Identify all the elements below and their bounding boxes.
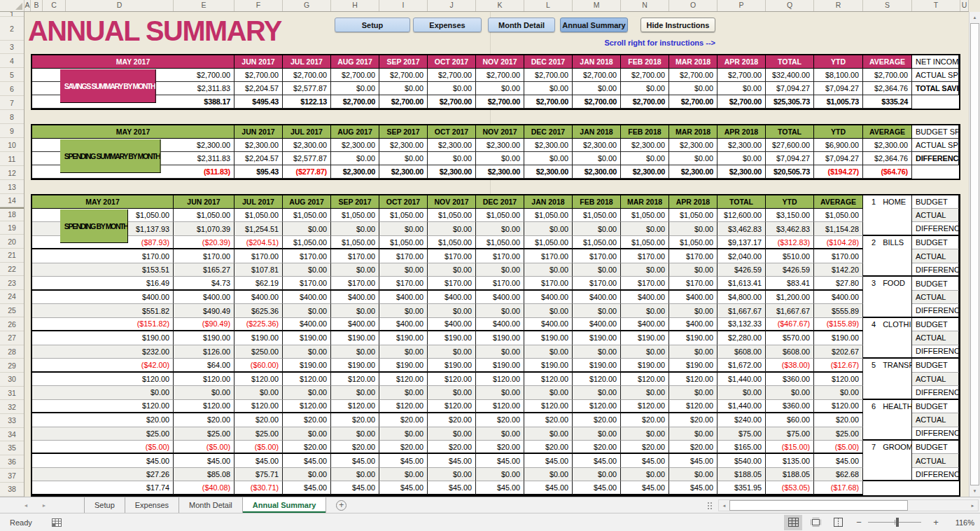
row-header-12[interactable]: 12 — [0, 166, 24, 180]
row-label[interactable]: BUDGET — [912, 359, 959, 372]
cell[interactable]: $495.43 — [234, 95, 283, 109]
cell[interactable]: $0.00 — [428, 82, 476, 95]
cell[interactable]: $2,300.00 — [621, 165, 669, 179]
row-header-25[interactable]: 25 — [0, 304, 24, 318]
cell[interactable]: $3,150.00 — [766, 209, 814, 222]
cell[interactable]: $2,300.00 — [379, 139, 428, 152]
zoom-slider-thumb[interactable] — [896, 518, 899, 527]
month-header[interactable]: DEC 2017 — [524, 125, 573, 139]
month-header[interactable]: YTD — [766, 195, 814, 209]
cell[interactable]: ($5.00) — [234, 441, 283, 454]
cell[interactable]: ($151.82) — [32, 318, 174, 331]
cell[interactable]: $0.00 — [669, 386, 718, 399]
month-header[interactable]: MAR 2018 — [669, 55, 718, 69]
cell[interactable]: $120.00 — [621, 373, 669, 386]
cell[interactable]: $0.00 — [428, 222, 476, 235]
cell[interactable]: $170.00 — [573, 249, 621, 263]
cell[interactable]: $2,577.87 — [283, 152, 331, 165]
cell[interactable]: $20.00 — [331, 441, 379, 454]
cell[interactable]: $45.00 — [283, 481, 331, 495]
hscroll-thumb[interactable] — [729, 500, 908, 511]
table-title[interactable]: SPENDING BY MONTH — [60, 209, 128, 243]
cell[interactable]: $0.00 — [524, 427, 573, 441]
cell[interactable]: $0.00 — [621, 304, 669, 317]
cell[interactable]: $188.05 — [766, 468, 814, 481]
cell[interactable]: $0.00 — [234, 386, 283, 399]
cell[interactable]: $0.00 — [331, 263, 379, 277]
cell[interactable]: $170.00 — [174, 249, 234, 263]
cell[interactable]: $45.00 — [621, 454, 669, 467]
cell[interactable]: $27,600.00 — [766, 139, 814, 152]
cell[interactable]: $170.00 — [814, 249, 863, 263]
cell[interactable]: $2,300.00 — [428, 165, 476, 179]
cell[interactable]: $0.00 — [476, 304, 524, 317]
cell[interactable]: $0.00 — [669, 152, 718, 165]
cell[interactable]: $0.00 — [573, 222, 621, 235]
month-header[interactable]: NOV 2017 — [476, 125, 524, 139]
cell[interactable]: $190.00 — [669, 331, 718, 345]
cell[interactable]: $190.00 — [476, 331, 524, 345]
cell[interactable]: $0.00 — [573, 386, 621, 399]
cell[interactable]: $120.00 — [331, 373, 379, 386]
cell[interactable]: ($5.00) — [32, 441, 174, 454]
row-label[interactable]: BUDGET — [912, 277, 959, 290]
cell[interactable]: $4.73 — [174, 277, 234, 290]
cell[interactable]: $400.00 — [621, 291, 669, 304]
cell[interactable]: $0.00 — [718, 152, 766, 165]
cell[interactable]: $1,440.00 — [718, 400, 766, 413]
row-header-36[interactable]: 36 — [0, 455, 24, 469]
month-header[interactable]: MAY 2017 — [32, 55, 234, 69]
category-label-health[interactable]: 6HEALTH — [863, 400, 912, 441]
view-page-layout-button[interactable] — [806, 515, 825, 530]
cell[interactable]: $190.00 — [621, 359, 669, 372]
cell[interactable]: $190.00 — [524, 359, 573, 372]
cell[interactable]: $0.00 — [379, 222, 428, 235]
cell[interactable]: $20.00 — [573, 413, 621, 427]
sheet-tab-month-detail[interactable]: Month Detail — [179, 497, 243, 513]
cell[interactable]: $0.00 — [476, 152, 524, 165]
month-header[interactable]: APR 2018 — [669, 195, 718, 209]
cell[interactable]: $2,577.87 — [283, 82, 331, 95]
cell[interactable]: $2,700.00 — [379, 69, 428, 82]
cell[interactable]: $0.00 — [476, 386, 524, 399]
row-label[interactable]: DIFFERENCE — [912, 468, 959, 481]
cell[interactable]: $0.00 — [476, 427, 524, 441]
month-header[interactable]: AUG 2017 — [331, 55, 379, 69]
row-label[interactable]: ACTUAL — [912, 209, 959, 222]
cell[interactable]: $1,050.00 — [524, 209, 573, 222]
nav-button-annual-summary[interactable]: Annual Summary — [560, 18, 628, 32]
cell[interactable]: $190.00 — [428, 331, 476, 345]
cell[interactable]: $2,300.00 — [524, 139, 573, 152]
cell[interactable]: $250.00 — [234, 345, 283, 359]
cell[interactable]: $170.00 — [621, 277, 669, 290]
column-header-p[interactable]: P — [718, 0, 766, 11]
column-header-u[interactable]: U — [960, 0, 969, 11]
cell[interactable]: $0.00 — [476, 263, 524, 277]
cell[interactable]: $2,700.00 — [331, 69, 379, 82]
nav-button-expenses[interactable]: Expenses — [413, 18, 482, 32]
cell[interactable]: $2,700.00 — [234, 69, 283, 82]
column-header-r[interactable]: R — [814, 0, 863, 11]
month-header[interactable]: TOTAL — [718, 195, 766, 209]
cell[interactable]: $190.00 — [174, 331, 234, 345]
cell[interactable]: $2,300.00 — [428, 139, 476, 152]
cell[interactable]: $2,364.76 — [863, 152, 912, 165]
cell[interactable]: $190.00 — [428, 359, 476, 372]
cell[interactable]: $170.00 — [524, 249, 573, 263]
cell[interactable]: $27.80 — [814, 277, 863, 290]
cell[interactable]: $2,300.00 — [718, 139, 766, 152]
row-header-8[interactable]: 8 — [0, 110, 24, 124]
cell[interactable]: $400.00 — [283, 291, 331, 304]
cell[interactable]: $20.00 — [524, 413, 573, 427]
cell[interactable]: $2,700.00 — [718, 95, 766, 109]
cell[interactable]: $126.00 — [174, 345, 234, 359]
cell[interactable]: $120.00 — [814, 373, 863, 386]
cell[interactable]: $32,400.00 — [766, 69, 814, 82]
cell[interactable]: $20.00 — [476, 413, 524, 427]
cell[interactable]: $190.00 — [32, 331, 174, 345]
cell[interactable]: $555.89 — [814, 304, 863, 317]
cell[interactable]: $0.00 — [283, 222, 331, 235]
month-header[interactable]: JUL 2017 — [283, 125, 331, 139]
cell[interactable]: $0.00 — [331, 304, 379, 317]
cell[interactable]: $570.00 — [766, 331, 814, 345]
